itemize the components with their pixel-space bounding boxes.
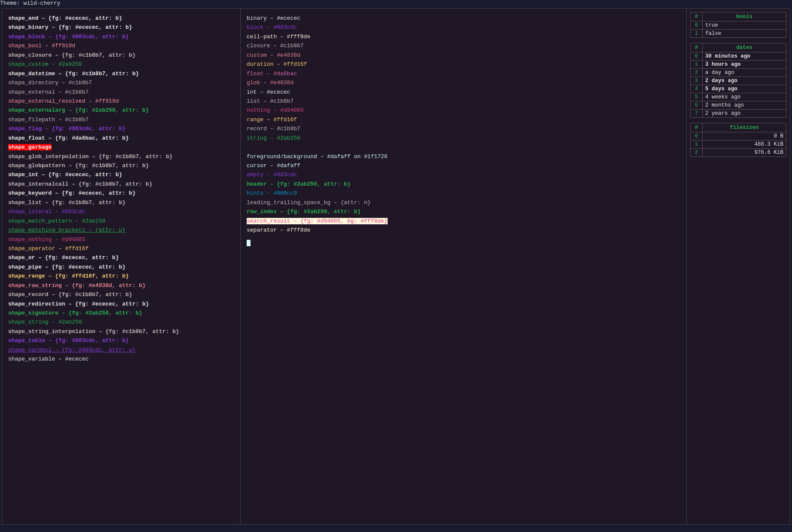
- row-num: 2: [691, 149, 703, 157]
- left-col-item: shape_range – {fg: #ffd16f, attr: b}: [8, 272, 234, 281]
- row-val: true: [703, 21, 786, 30]
- row-val: false: [703, 30, 786, 38]
- mid-col-item: custom – #e4838d: [247, 51, 680, 60]
- left-col-item: shape_redirection – {fg: #ececec, attr: …: [8, 300, 234, 309]
- left-col-item: shape_variable – #ececec: [8, 355, 234, 364]
- bools-hash-header: #: [691, 12, 703, 21]
- mid-col-item: cell-path – #fff8de: [247, 32, 680, 41]
- left-col-item: shape_raw_string – {fg: #e4838d, attr: b…: [8, 281, 234, 290]
- left-col-item: shape_float – {fg: #da6bac, attr: b}: [8, 134, 234, 143]
- left-col-item: shape_operator – #ffd16f: [8, 244, 234, 253]
- dates-header: dates: [703, 43, 786, 52]
- left-col-item: shape_directory – #c1b8b7: [8, 78, 234, 87]
- table-row: 2a day ago: [691, 69, 786, 77]
- left-col-item: shape_filepath – #c1b8b7: [8, 115, 234, 124]
- left-col-item: shape_glob_interpolation – {fg: #c1b8b7,…: [8, 152, 234, 161]
- mid-col-item: block – #883cdc: [247, 23, 680, 32]
- mid-col-item: range – #ffd16f: [247, 115, 680, 124]
- bools-header: bools: [703, 12, 786, 21]
- left-col-item: shape_match_pattern – #2ab250: [8, 217, 234, 226]
- table-row: 2976.6 KiB: [691, 149, 786, 157]
- left-col-item: shape_string_interpolation – {fg: #c1b8b…: [8, 327, 234, 336]
- theme-bar: Theme: wild-cherry: [0, 0, 792, 6]
- row-num: 4: [691, 85, 703, 93]
- left-col-item: shape_globpattern – {fg: #c1b8b7, attr: …: [8, 161, 234, 170]
- search-result-line: search_result – {fg: #d94085, bg: #fff8d…: [247, 218, 388, 224]
- left-col-item: shape_bool – #ff919d: [8, 41, 234, 50]
- left-col-item: shape_internalcall – {fg: #c1b8b7, attr:…: [8, 180, 234, 189]
- mid-column: binary – #ecececblock – #883cdccell-path…: [241, 9, 687, 524]
- mid-col-bottom-item: empty – #883cdc: [247, 170, 680, 179]
- mid-col-bottom-item: cursor – #dafaff: [247, 161, 680, 170]
- row-num: 3: [691, 77, 703, 85]
- row-val: 4 weeks ago: [703, 93, 786, 101]
- left-col-item: shape_vardecl – {fg: #883cdc, attr: u}: [8, 345, 234, 355]
- left-col-item: shape_list – {fg: #c1b8b7, attr: b}: [8, 198, 234, 207]
- left-col-item: shape_garbage: [8, 143, 234, 152]
- left-col-item: shape_datetime – {fg: #c1b8b7, attr: b}: [8, 69, 234, 78]
- table-row: 13 hours ago: [691, 61, 786, 69]
- table-row: 32 days ago: [691, 77, 786, 85]
- table-row: 0true: [691, 21, 786, 30]
- cursor: [247, 240, 251, 246]
- table-row: 00 B: [691, 132, 786, 141]
- left-column: shape_and – {fg: #ececec, attr: b}shape_…: [2, 9, 241, 524]
- filesizes-table: # filesizes 00 B1488.3 KiB2976.6 KiB: [690, 123, 786, 157]
- garbage-line: shape_garbage: [8, 144, 52, 150]
- row-num: 7: [691, 110, 703, 118]
- left-col-item: shape_string – #2ab250: [8, 318, 234, 327]
- table-row: 1488.3 KiB: [691, 141, 786, 149]
- mid-col-bottom-item: header – {fg: #2ab250, attr: b}: [247, 180, 680, 189]
- row-num: 1: [691, 30, 703, 38]
- row-val: 2 months ago: [703, 101, 786, 110]
- left-col-item: shape_flag – {fg: #883cdc, attr: b}: [8, 124, 234, 133]
- mid-col-bottom-item: hints – #009cc9: [247, 189, 680, 198]
- mid-col-bottom-item: row_index – {fg: #2ab250, attr: b}: [247, 207, 680, 216]
- left-col-item: shape_pipe – {fg: #ececec, attr: b}: [8, 263, 234, 272]
- row-val: 30 minutes ago: [703, 52, 786, 61]
- mid-col-item: duration – #ffd16f: [247, 60, 680, 69]
- main-container: shape_and – {fg: #ececec, attr: b}shape_…: [2, 8, 790, 525]
- row-num: 0: [691, 132, 703, 141]
- table-row: 45 days ago: [691, 85, 786, 93]
- row-val: a day ago: [703, 69, 786, 77]
- left-col-item: shape_and – {fg: #ececec, attr: b}: [8, 14, 234, 23]
- row-num: 0: [691, 52, 703, 61]
- mid-col-item: string – #2ab250: [247, 134, 680, 143]
- left-col-item: shape_signature – {fg: #2ab250, attr: b}: [8, 309, 234, 318]
- row-val: 2 years ago: [703, 110, 786, 118]
- mid-col-item: closure – #c1b8b7: [247, 41, 680, 50]
- row-val: 5 days ago: [703, 85, 786, 93]
- left-col-item: shape_or – {fg: #ececec, attr: b}: [8, 253, 234, 262]
- mid-col-item: binary – #ececec: [247, 14, 680, 23]
- mid-col-bottom-item: separator – #fff8de: [247, 226, 680, 235]
- row-val: 488.3 KiB: [703, 141, 786, 149]
- filesizes-hash-header: #: [691, 123, 703, 132]
- right-column: # bools 0true1false # dates 030 minutes …: [687, 9, 790, 524]
- mid-col-bottom-item: search_result – {fg: #d94085, bg: #fff8d…: [247, 217, 680, 226]
- left-col-item: shape_block – {fg: #883cdc, attr: b}: [8, 32, 234, 41]
- mid-col-item: nothing – #d94085: [247, 106, 680, 115]
- dates-hash-header: #: [691, 43, 703, 52]
- row-val: 976.6 KiB: [703, 149, 786, 157]
- left-col-item: shape_external – #c1b8b7: [8, 88, 234, 97]
- row-num: 1: [691, 141, 703, 149]
- mid-col-item: list – #c1b8b7: [247, 97, 680, 106]
- left-col-item: shape_matching_brackets – {attr: u}: [8, 226, 234, 235]
- filesizes-header: filesizes: [703, 123, 786, 132]
- left-col-item: shape_externalarg – {fg: #2ab250, attr: …: [8, 106, 234, 115]
- mid-col-bottom-item: leading_trailing_space_bg – {attr: n}: [247, 198, 680, 207]
- table-row: 62 months ago: [691, 101, 786, 110]
- row-val: 3 hours ago: [703, 61, 786, 69]
- bools-table: # bools 0true1false: [690, 12, 786, 38]
- left-col-item: shape_external_resolved – #ff919d: [8, 97, 234, 106]
- left-col-item: shape_custom – #2ab250: [8, 60, 234, 69]
- table-row: 1false: [691, 30, 786, 38]
- left-col-item: shape_record – {fg: #c1b8b7, attr: b}: [8, 290, 234, 299]
- left-col-item: shape_table – {fg: #883cdc, attr: b}: [8, 336, 234, 345]
- row-val: 0 B: [703, 132, 786, 141]
- left-col-item: shape_int – {fg: #ececec, attr: b}: [8, 170, 234, 179]
- row-num: 6: [691, 101, 703, 110]
- table-row: 030 minutes ago: [691, 52, 786, 61]
- mid-col-item: float – #da6bac: [247, 69, 680, 78]
